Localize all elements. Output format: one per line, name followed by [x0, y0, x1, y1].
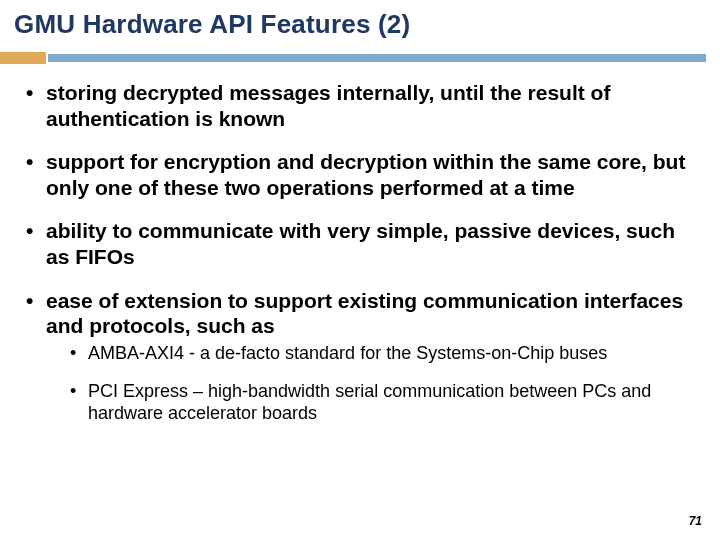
bullet-text: storing decrypted messages internally, u… [46, 81, 610, 130]
list-item: storing decrypted messages internally, u… [24, 80, 696, 131]
list-item: AMBA-AXI4 - a de-facto standard for the … [68, 343, 696, 365]
bullet-text: ability to communicate with very simple,… [46, 219, 675, 268]
title-block: GMU Hardware API Features (2) [0, 0, 720, 46]
bullet-text: support for encryption and decryption wi… [46, 150, 685, 199]
list-item: PCI Express – high-bandwidth serial comm… [68, 381, 696, 425]
accent-bar [0, 52, 720, 64]
sub-bullet-text: AMBA-AXI4 - a de-facto standard for the … [88, 343, 607, 363]
sub-list: AMBA-AXI4 - a de-facto standard for the … [68, 343, 696, 425]
accent-short [0, 52, 46, 64]
slide-title: GMU Hardware API Features (2) [14, 10, 706, 40]
sub-bullet-text: PCI Express – high-bandwidth serial comm… [88, 381, 651, 423]
bullet-text: ease of extension to support existing co… [46, 289, 683, 338]
accent-long [48, 54, 706, 62]
bullet-list: storing decrypted messages internally, u… [24, 80, 696, 425]
page-number: 71 [689, 514, 702, 528]
list-item: ability to communicate with very simple,… [24, 218, 696, 269]
list-item: support for encryption and decryption wi… [24, 149, 696, 200]
list-item: ease of extension to support existing co… [24, 288, 696, 425]
slide: GMU Hardware API Features (2) storing de… [0, 0, 720, 540]
content-area: storing decrypted messages internally, u… [0, 64, 720, 425]
